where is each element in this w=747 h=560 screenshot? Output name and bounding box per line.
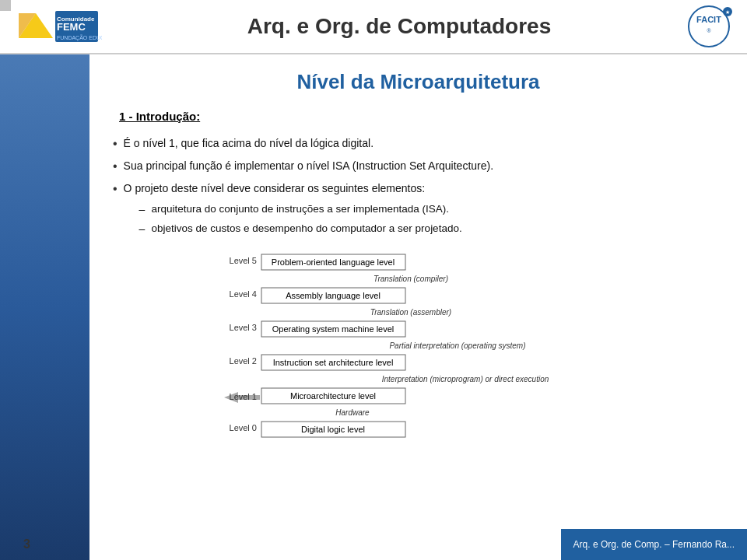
femc-logo: Comunidade FEMC FUNDAÇÃO EDUCACIONAL <box>12 7 102 46</box>
sub-bullet-2: – objetivos de custos e desempenho do co… <box>139 221 724 237</box>
svg-text:Level 2: Level 2 <box>229 356 256 366</box>
dash-2: – <box>139 221 146 237</box>
bullet-2: • Sua principal função é implementar o n… <box>113 158 724 174</box>
svg-text:Microarchitecture level: Microarchitecture level <box>289 391 375 401</box>
bullet-1: • É o nível 1, que fica acima do nível d… <box>113 135 724 152</box>
bullet-3: • O projeto deste nível deve considerar … <box>113 180 724 240</box>
svg-text:★: ★ <box>725 9 730 15</box>
svg-text:FEMC: FEMC <box>57 21 86 33</box>
svg-text:Digital logic level: Digital logic level <box>301 425 365 434</box>
svg-text:Partial interpretation (operat: Partial interpretation (operating system… <box>389 341 525 350</box>
sub-bullets: – arquitetura do conjunto de instruções … <box>139 201 724 237</box>
svg-text:Translation (assembler): Translation (assembler) <box>370 308 451 317</box>
architecture-diagram: Level 5 Problem-oriented language level … <box>216 248 621 458</box>
svg-text:Level 0: Level 0 <box>229 423 256 432</box>
left-sidebar <box>0 54 89 560</box>
bullet-text-3: O projeto deste nível deve considerar os… <box>124 180 724 240</box>
section-intro: 1 - Introdução: <box>113 110 724 129</box>
header-title: Arq. e Org. de Computadores <box>114 14 684 39</box>
sub-bullet-text-1: arquitetura do conjunto de instruções a … <box>151 201 449 217</box>
svg-text:Problem-oriented language leve: Problem-oriented language level <box>271 257 394 267</box>
section-title: 1 - Introdução: <box>119 110 200 123</box>
bullet-text-2: Sua principal função é implementar o nív… <box>124 158 724 174</box>
svg-text:Translation (compiler): Translation (compiler) <box>374 275 448 283</box>
footer-credit: Arq. e Org. de Comp. – Fernando Ra... <box>561 529 747 560</box>
bullet-dot-2: • <box>113 159 117 173</box>
header: Comunidade FEMC FUNDAÇÃO EDUCACIONAL Arq… <box>0 0 747 54</box>
svg-text:Instruction set architecture l: Instruction set architecture level <box>272 358 393 367</box>
svg-text:Level 1: Level 1 <box>229 392 256 401</box>
sub-bullet-1: – arquitetura do conjunto de instruções … <box>139 201 724 218</box>
footer: 3 Arq. e Org. de Comp. – Fernando Ra... <box>0 529 747 560</box>
svg-text:Interpretation (microprogram) : Interpretation (microprogram) or direct … <box>381 375 549 383</box>
svg-text:®: ® <box>707 28 711 33</box>
svg-text:Hardware: Hardware <box>335 408 370 417</box>
corner-accent <box>0 0 11 11</box>
svg-text:Operating system machine level: Operating system machine level <box>272 324 394 334</box>
svg-text:Level 4: Level 4 <box>229 289 256 299</box>
page-number: 3 <box>23 537 30 551</box>
dash-1: – <box>139 201 146 218</box>
svg-text:Level 3: Level 3 <box>229 323 256 332</box>
svg-text:Level 5: Level 5 <box>229 256 256 265</box>
svg-text:FACIT: FACIT <box>696 15 721 24</box>
svg-text:FUNDAÇÃO EDUCACIONAL: FUNDAÇÃO EDUCACIONAL <box>57 34 102 41</box>
svg-text:Assembly language level: Assembly language level <box>286 291 381 300</box>
diagram-container: Level 5 Problem-oriented language level … <box>113 248 724 458</box>
bullet-dot-3: • <box>113 182 117 196</box>
facit-logo: FACIT ® ★ <box>684 5 735 48</box>
bullet-text-1: É o nível 1, que fica acima do nível da … <box>124 135 724 152</box>
logo-area: Comunidade FEMC FUNDAÇÃO EDUCACIONAL <box>12 7 102 46</box>
main-content: Nível da Microarquitetura 1 - Introdução… <box>89 54 747 529</box>
page-title: Nível da Microarquitetura <box>113 70 724 94</box>
bullet-dot-1: • <box>113 137 117 151</box>
sub-bullet-text-2: objetivos de custos e desempenho do comp… <box>151 221 461 236</box>
